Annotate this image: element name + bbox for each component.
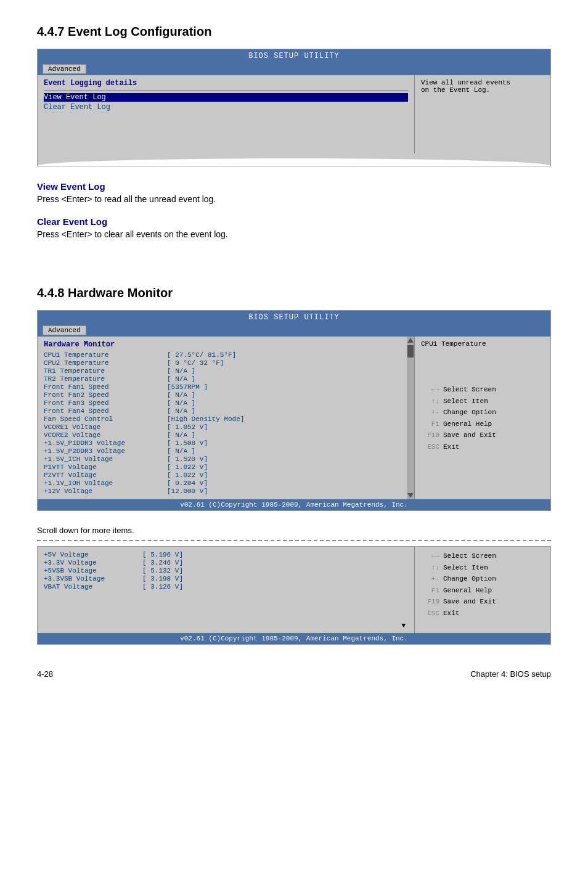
hw-main-left: Hardware Monitor CPU1 Temperature [ 27.5… xyxy=(38,337,407,499)
hw-row-ioh: +1.1V_IOH Voltage [ 0.204 V] xyxy=(44,480,403,487)
hw-label-12v: +12V Voltage xyxy=(44,488,167,495)
vnav-key-ud: ↑↓ xyxy=(421,563,439,574)
hw-value-fan2: [ N/A ] xyxy=(167,391,403,399)
desc-clear-event-log: Clear Event Log Press <Enter> to clear a… xyxy=(37,216,551,239)
view-event-log-item[interactable]: View Event Log xyxy=(44,93,408,102)
hw-value-fanspeed: [High Density Mode] xyxy=(167,415,403,423)
hw-row-fan3: Front Fan3 Speed [ N/A ] xyxy=(44,399,403,407)
voltage-right: ←→ Select Screen ↑↓ Select Item +- Chang… xyxy=(415,547,550,633)
voltage-box: +5V Voltage [ 5.196 V] +3.3V Voltage [ 3… xyxy=(37,546,551,645)
hw-label-cpu2: CPU2 Temperature xyxy=(44,359,167,367)
nav-exit: ESC Exit xyxy=(421,442,544,453)
hw-label-p1ddr3: +1.5V_P1DDR3 Voltage xyxy=(44,439,167,447)
bios-body-447: Event Logging details View Event Log Cle… xyxy=(38,75,550,153)
voltage-33v: +3.3V Voltage [ 3.246 V] xyxy=(44,559,408,566)
vnav-desc-help: General Help xyxy=(443,586,492,597)
scroll-down-indicator: ▼ xyxy=(44,622,408,629)
v-label-5vsb: +5VSB Voltage xyxy=(44,567,142,574)
nav-general-help: F1 General Help xyxy=(421,419,544,430)
hw-value-fan4: [ N/A ] xyxy=(167,407,403,415)
hw-row-p1ddr3: +1.5V_P1DDR3 Voltage [ 1.508 V] xyxy=(44,439,403,447)
bios-sep-447 xyxy=(44,90,408,91)
scroll-note: Scroll down for more items. xyxy=(37,526,551,535)
hw-label-ioh: +1.1V_IOH Voltage xyxy=(44,480,167,487)
nav-select-item: ↑↓ Select Item xyxy=(421,396,544,407)
vnav-save-exit: F10 Save and Exit xyxy=(421,597,544,608)
hw-row-cpu1: CPU1 Temperature [ 27.5°C/ 81.5°F] xyxy=(44,351,403,359)
hw-value-p1vtt: [ 1.022 V] xyxy=(167,464,403,471)
bios-screen-447: BIOS SETUP UTILITY Advanced Event Loggin… xyxy=(37,49,551,166)
hw-value-vcore1: [ 1.052 V] xyxy=(167,423,403,431)
bios-screen-448: BIOS SETUP UTILITY Advanced Hardware Mon… xyxy=(37,310,551,511)
bios-body-448: Hardware Monitor CPU1 Temperature [ 27.5… xyxy=(38,337,550,499)
hw-label-fan1: Front Fan1 Speed xyxy=(44,383,167,391)
hw-value-ich: [ 1.520 V] xyxy=(167,455,403,463)
hw-row-fan1: Front Fan1 Speed [5357RPM ] xyxy=(44,383,403,391)
vnav-select-screen: ←→ Select Screen xyxy=(421,551,544,562)
nav-desc-help: General Help xyxy=(443,419,492,430)
nav-change-option: +- Change Option xyxy=(421,407,544,419)
hw-row-12v: +12V Voltage [12.000 V] xyxy=(44,488,403,495)
nav-desc-option: Change Option xyxy=(443,407,496,419)
event-logging-title: Event Logging details xyxy=(44,79,408,88)
hw-row-fan2: Front Fan2 Speed [ N/A ] xyxy=(44,391,403,399)
v-value-5v: [ 5.196 V] xyxy=(142,551,408,558)
bios-tab-row-448: Advanced xyxy=(38,324,550,337)
bios-right-447: View all unread eventson the Event Log. xyxy=(415,75,550,153)
hw-value-12v: [12.000 V] xyxy=(167,488,403,495)
bios-header-447: BIOS SETUP UTILITY xyxy=(38,49,550,63)
bios-header-448: BIOS SETUP UTILITY xyxy=(38,311,550,324)
hw-label-cpu1: CPU1 Temperature xyxy=(44,351,167,359)
section-447-heading: 4.4.7 Event Log Configuration xyxy=(37,25,551,39)
hw-value-p2ddr3: [ N/A ] xyxy=(167,447,403,455)
bios-scrollbar-448[interactable] xyxy=(407,337,414,499)
hw-value-vcore2: [ N/A ] xyxy=(167,431,403,439)
v-label-33v: +3.3V Voltage xyxy=(44,559,142,566)
hw-value-fan1: [5357RPM ] xyxy=(167,383,403,391)
vnav-key-pm: +- xyxy=(421,574,439,585)
voltage-5vsb: +5VSB Voltage [ 5.132 V] xyxy=(44,567,408,574)
desc-view-event-log: View Event Log Press <Enter> to read all… xyxy=(37,181,551,204)
nav-select-screen: ←→ Select Screen xyxy=(421,385,544,396)
help-text-447: View all unread eventson the Event Log. xyxy=(421,79,544,94)
voltage-body: +5V Voltage [ 5.196 V] +3.3V Voltage [ 3… xyxy=(38,547,550,633)
bios-nav-448: ←→ Select Screen ↑↓ Select Item +- Chang… xyxy=(421,385,544,453)
hw-row-vcore1: VCORE1 Voltage [ 1.052 V] xyxy=(44,423,403,431)
bios-wave-447 xyxy=(38,153,550,166)
hw-label-p2ddr3: +1.5V_P2DDR3 Voltage xyxy=(44,447,167,455)
hw-value-tr2: [ N/A ] xyxy=(167,375,403,383)
hw-label-fan4: Front Fan4 Speed xyxy=(44,407,167,415)
nav-desc-item: Select Item xyxy=(443,396,488,407)
bios-right-448: CPU1 Temperature ←→ Select Screen ↑↓ Sel… xyxy=(415,337,550,499)
vnav-desc-option: Change Option xyxy=(443,574,496,585)
scrollbar-thumb[interactable] xyxy=(407,345,414,357)
vnav-select-item: ↑↓ Select Item xyxy=(421,563,544,574)
nav-key-esc: ESC xyxy=(421,442,439,453)
nav-desc-save: Save and Exit xyxy=(443,430,496,441)
bios-tab-advanced-447[interactable]: Advanced xyxy=(43,64,86,74)
bios-tab-advanced-448[interactable]: Advanced xyxy=(43,325,86,335)
bios-nav-voltage: ←→ Select Screen ↑↓ Select Item +- Chang… xyxy=(421,551,544,619)
nav-key-f10: F10 xyxy=(421,430,439,441)
vnav-change-option: +- Change Option xyxy=(421,574,544,585)
hw-row-p2ddr3: +1.5V_P2DDR3 Voltage [ N/A ] xyxy=(44,447,403,455)
v-value-33vsb: [ 3.198 V] xyxy=(142,575,408,582)
vnav-key-arrows: ←→ xyxy=(421,551,439,562)
v-value-33v: [ 3.246 V] xyxy=(142,559,408,566)
page-footer: 4-28 Chapter 4: BIOS setup xyxy=(37,669,551,679)
nav-key-pm: +- xyxy=(421,407,439,419)
nav-save-exit: F10 Save and Exit xyxy=(421,430,544,441)
desc-view-title: View Event Log xyxy=(37,181,551,192)
bios-tab-row-447: Advanced xyxy=(38,63,550,75)
hw-value-fan3: [ N/A ] xyxy=(167,399,403,407)
hw-value-tr1: [ N/A ] xyxy=(167,367,403,375)
v-value-vbat: [ 3.126 V] xyxy=(142,583,408,590)
hw-row-ich: +1.5V_ICH Voltage [ 1.520 V] xyxy=(44,455,403,463)
clear-event-log-item[interactable]: Clear Event Log xyxy=(44,103,408,112)
hw-row-fan4: Front Fan4 Speed [ N/A ] xyxy=(44,407,403,415)
vnav-desc-save: Save and Exit xyxy=(443,597,496,608)
vnav-general-help: F1 General Help xyxy=(421,586,544,597)
hw-row-cpu2: CPU2 Temperature [ 0 °C/ 32 °F] xyxy=(44,359,403,367)
hw-label-fan2: Front Fan2 Speed xyxy=(44,391,167,399)
nav-desc-screen: Select Screen xyxy=(443,385,496,396)
